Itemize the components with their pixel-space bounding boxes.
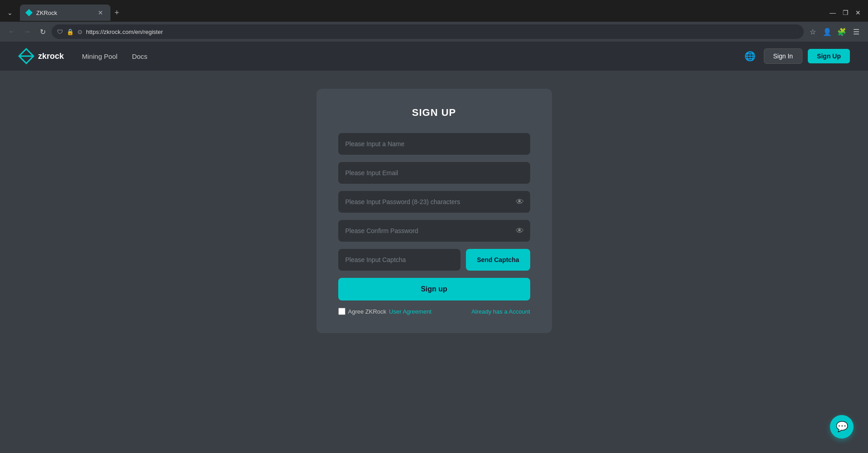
reader-icon: ⊙ [77,29,82,35]
url-text: https://zkrock.com/en/register [86,29,798,35]
logo-text: zkrock [38,52,64,61]
maximize-icon: ❐ [843,9,849,16]
tab-close-button[interactable]: ✕ [96,8,105,17]
globe-icon: 🌐 [744,51,756,62]
tab-title: ZKRock [36,10,57,16]
password-field-group: 👁 [338,191,530,213]
back-button[interactable]: ← [5,25,18,38]
forward-button[interactable]: → [21,25,34,38]
signin-button[interactable]: Sign In [764,48,803,64]
reload-button[interactable]: ↻ [36,25,49,38]
logo-area[interactable]: zkrock [18,48,64,64]
confirm-password-field-group: 👁 [338,220,530,242]
active-tab[interactable]: ZKRock ✕ [20,5,110,21]
tab-favicon [25,9,33,16]
signup-submit-button[interactable]: Sign up [338,278,530,300]
chat-bubble[interactable]: 💬 [830,415,854,439]
tab-history-icon: ⌄ [7,9,13,16]
shield-icon: 🛡 [57,29,63,35]
confirm-password-input[interactable] [338,220,530,242]
plus-icon: + [115,8,120,18]
language-button[interactable]: 🌐 [742,48,758,64]
toolbar-right: ☆ 👤 🧩 ☰ [806,25,863,38]
new-tab-button[interactable]: + [110,6,123,19]
browser-chrome: ⌄ ZKRock ✕ + — ❐ ✕ ← → ↻ 🛡 🔒 [0,0,868,42]
main-nav: Mining Pool Docs [82,52,742,60]
email-input[interactable] [338,162,530,184]
window-close-icon: ✕ [855,9,861,16]
menu-button[interactable]: ☰ [850,25,863,38]
address-bar[interactable]: 🛡 🔒 ⊙ https://zkrock.com/en/register [52,24,804,39]
minimize-button[interactable]: — [826,6,839,19]
agree-checkbox[interactable] [338,308,345,315]
signup-header-button[interactable]: Sign Up [808,49,850,63]
captcha-row: Send Captcha [338,249,530,271]
already-account-link[interactable]: Already has a Account [471,308,530,315]
app-header: zkrock Mining Pool Docs 🌐 Sign In Sign U… [0,42,868,71]
agree-area: Agree ZKRock User Agreement [338,308,432,315]
tab-history-button[interactable]: ⌄ [4,6,16,19]
form-footer: Agree ZKRock User Agreement Already has … [338,308,530,315]
nav-mining-pool[interactable]: Mining Pool [82,52,117,60]
email-field-group [338,162,530,184]
agree-text: Agree ZKRock [348,308,387,315]
signup-title: SIGN UP [338,107,530,119]
user-agreement-link[interactable]: User Agreement [389,308,432,315]
nav-docs[interactable]: Docs [132,52,147,60]
close-icon: ✕ [98,9,103,16]
extensions-button[interactable]: 🧩 [835,25,848,38]
account-button[interactable]: 👤 [821,25,834,38]
window-close-button[interactable]: ✕ [852,6,864,19]
lock-icon: 🔒 [67,29,74,35]
signup-card: SIGN UP 👁 👁 Send Captcha Sign up Agree Z… [317,89,552,333]
browser-tabbar: ⌄ ZKRock ✕ + — ❐ ✕ [0,0,868,22]
captcha-input[interactable] [338,249,461,271]
password-input[interactable] [338,191,530,213]
confirm-password-toggle-icon[interactable]: 👁 [516,226,524,236]
chat-icon: 💬 [836,421,848,433]
name-input[interactable] [338,133,530,155]
logo-icon [18,48,34,64]
browser-toolbar: ← → ↻ 🛡 🔒 ⊙ https://zkrock.com/en/regist… [0,22,868,42]
password-toggle-icon[interactable]: 👁 [516,197,524,207]
minimize-icon: — [830,9,836,16]
name-field-group [338,133,530,155]
maximize-button[interactable]: ❐ [839,6,852,19]
header-right: 🌐 Sign In Sign Up [742,48,850,64]
send-captcha-button[interactable]: Send Captcha [466,249,530,271]
page-content: SIGN UP 👁 👁 Send Captcha Sign up Agree Z… [0,71,868,446]
browser-window-controls: ⌄ [4,6,16,19]
bookmark-button[interactable]: ☆ [806,25,819,38]
